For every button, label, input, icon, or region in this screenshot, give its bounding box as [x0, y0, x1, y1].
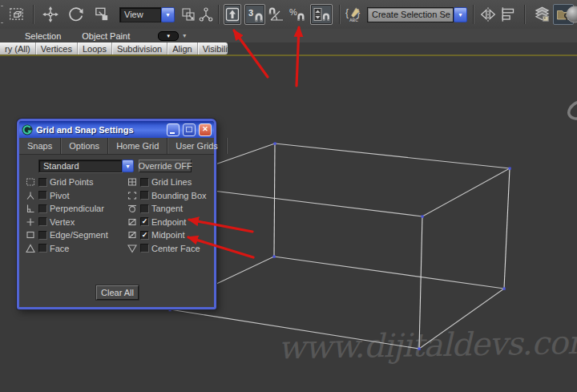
snap-option-label: Perpendicular	[50, 204, 104, 213]
snap-option-row: Vertex	[25, 216, 108, 229]
snap-option-label: Tangent	[151, 204, 183, 213]
grid-and-snap-settings-dialog: Grid and Snap Settings ✕ Snaps Options H…	[17, 119, 216, 309]
application-window: View ▼ 3	[0, 0, 577, 392]
snap-type-select[interactable]: Standard	[38, 160, 122, 172]
vertex-icon	[25, 216, 36, 227]
snap-option-row: Grid Points	[25, 176, 108, 189]
tab-options[interactable]: Options	[61, 138, 108, 154]
close-button[interactable]: ✕	[199, 123, 212, 136]
minimize-button[interactable]	[167, 123, 180, 136]
snap-option-label: Edge/Segment	[50, 230, 108, 240]
snap-option-label: Bounding Box	[151, 191, 207, 200]
checkbox[interactable]	[38, 231, 47, 240]
snap-option-label: Midpoint	[151, 230, 185, 240]
dialog-tabs: Snaps Options Home Grid User Grids	[19, 138, 214, 155]
center-face-icon	[127, 243, 138, 253]
snap-option-row: Tangent	[127, 202, 207, 216]
checkbox[interactable]	[38, 178, 47, 187]
clipped-viewcube-shape	[566, 98, 577, 123]
app-logo-icon	[22, 124, 33, 135]
checkbox[interactable]	[140, 178, 149, 187]
snap-option-label: Pivot	[50, 191, 69, 200]
tab-snaps[interactable]: Snaps	[19, 138, 61, 154]
snap-option-row: Center Face	[127, 242, 207, 256]
clear-all-button[interactable]: Clear All	[96, 285, 139, 300]
tangent-icon	[127, 204, 138, 214]
endpoint-icon	[127, 216, 138, 227]
checkbox[interactable]	[38, 244, 47, 253]
tab-home-grid[interactable]: Home Grid	[108, 138, 167, 154]
perpendicular-icon	[25, 204, 36, 214]
dialog-title: Grid and Snap Settings	[36, 125, 163, 135]
chevron-down-icon[interactable]: ▼	[122, 160, 134, 172]
grid-points-icon	[25, 177, 36, 188]
checkbox[interactable]	[140, 204, 149, 213]
edge-segment-icon	[25, 230, 36, 240]
snap-option-row: ✓ Endpoint	[127, 216, 207, 229]
dialog-titlebar[interactable]: Grid and Snap Settings ✕	[19, 121, 214, 138]
checkbox[interactable]	[140, 244, 149, 253]
snap-option-row: Bounding Box	[127, 189, 207, 203]
maximize-button[interactable]	[183, 123, 196, 136]
snap-option-label: Face	[50, 244, 69, 253]
checkbox[interactable]: ✓	[140, 231, 149, 240]
snap-option-row: Perpendicular	[25, 202, 108, 216]
snap-option-row: Edge/Segment	[25, 228, 108, 242]
vertex-dots	[169, 143, 511, 350]
dialog-body: Standard ▼ Override OFF Grid Points Pivo…	[19, 155, 214, 308]
checkbox[interactable]	[38, 217, 47, 226]
snap-option-label: Grid Points	[50, 177, 93, 187]
snap-option-row: Grid Lines	[127, 176, 207, 189]
checkbox[interactable]	[38, 191, 47, 200]
snap-option-label: Vertex	[50, 217, 75, 227]
bounding-box-icon	[127, 190, 138, 200]
grid-lines-icon	[127, 177, 138, 188]
face-icon	[25, 243, 36, 253]
snap-option-row: ✓ Midpoint	[127, 228, 207, 242]
checkbox[interactable]	[140, 191, 149, 200]
snap-options-left-column: Grid Points Pivot Perpendicular	[25, 176, 108, 255]
checkbox[interactable]: ✓	[140, 217, 149, 226]
snap-options-right-column: Grid Lines Bounding Box Tangent	[127, 176, 207, 255]
snap-option-label: Grid Lines	[151, 177, 192, 187]
snap-option-label: Endpoint	[151, 217, 186, 227]
tab-user-grids[interactable]: User Grids	[167, 138, 227, 154]
override-off-button[interactable]: Override OFF	[139, 160, 192, 172]
snap-option-row: Pivot	[25, 189, 108, 203]
pivot-icon	[25, 190, 36, 200]
snap-option-row: Face	[25, 242, 108, 256]
midpoint-icon	[127, 230, 138, 240]
snap-option-label: Center Face	[151, 244, 200, 253]
checkbox[interactable]	[38, 204, 47, 213]
